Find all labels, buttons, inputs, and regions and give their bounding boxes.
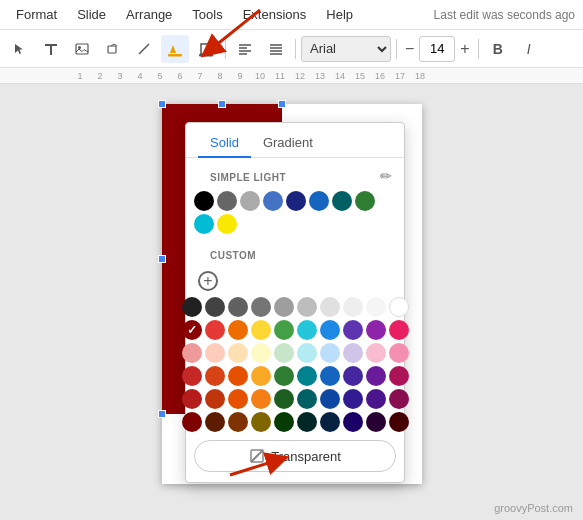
- image-tool-btn[interactable]: [68, 35, 96, 63]
- swatch[interactable]: [205, 389, 225, 409]
- swatch[interactable]: [366, 297, 386, 317]
- swatch[interactable]: [274, 297, 294, 317]
- swatch[interactable]: [297, 366, 317, 386]
- handle-mid-left[interactable]: [158, 255, 166, 263]
- swatch[interactable]: [274, 320, 294, 340]
- handle-top-mid[interactable]: [218, 100, 226, 108]
- handle-bot-left[interactable]: [158, 410, 166, 418]
- simple-swatch-9[interactable]: [217, 214, 237, 234]
- swatch[interactable]: [205, 343, 225, 363]
- simple-swatch-1[interactable]: [217, 191, 237, 211]
- menu-slide[interactable]: Slide: [69, 5, 114, 24]
- bold-btn[interactable]: B: [484, 35, 512, 63]
- font-size-decrease-btn[interactable]: −: [402, 40, 417, 58]
- simple-swatch-7[interactable]: [355, 191, 375, 211]
- swatch[interactable]: [228, 366, 248, 386]
- swatch[interactable]: [251, 389, 271, 409]
- fill-color-btn[interactable]: [161, 35, 189, 63]
- swatch[interactable]: [343, 366, 363, 386]
- line-tool-btn[interactable]: [130, 35, 158, 63]
- swatch[interactable]: [366, 343, 386, 363]
- simple-swatch-6[interactable]: [332, 191, 352, 211]
- align-left-btn[interactable]: [231, 35, 259, 63]
- swatch[interactable]: [320, 297, 340, 317]
- swatch[interactable]: [228, 343, 248, 363]
- swatch[interactable]: [297, 297, 317, 317]
- add-custom-color[interactable]: +: [186, 267, 404, 295]
- swatch[interactable]: [320, 412, 340, 432]
- font-family-select[interactable]: Arial: [301, 36, 391, 62]
- simple-swatch-0[interactable]: [194, 191, 214, 211]
- tab-solid[interactable]: Solid: [198, 129, 251, 158]
- swatch[interactable]: [182, 343, 202, 363]
- transparent-btn[interactable]: Transparent: [194, 440, 396, 472]
- swatch[interactable]: [182, 412, 202, 432]
- simple-swatch-5[interactable]: [309, 191, 329, 211]
- simple-swatch-8[interactable]: [194, 214, 214, 234]
- swatch[interactable]: [251, 366, 271, 386]
- shape-tool-btn[interactable]: [99, 35, 127, 63]
- menu-tools[interactable]: Tools: [184, 5, 230, 24]
- swatch[interactable]: [343, 389, 363, 409]
- swatch[interactable]: [297, 412, 317, 432]
- swatch[interactable]: [274, 412, 294, 432]
- simple-swatch-2[interactable]: [240, 191, 260, 211]
- swatch[interactable]: [297, 320, 317, 340]
- swatch[interactable]: [228, 389, 248, 409]
- swatch[interactable]: [182, 366, 202, 386]
- swatch[interactable]: [389, 389, 409, 409]
- swatch[interactable]: [182, 297, 202, 317]
- swatch[interactable]: [389, 412, 409, 432]
- menu-arrange[interactable]: Arrange: [118, 5, 180, 24]
- handle-top-left[interactable]: [158, 100, 166, 108]
- swatch[interactable]: [366, 412, 386, 432]
- swatch[interactable]: [389, 366, 409, 386]
- swatch[interactable]: [228, 412, 248, 432]
- swatch[interactable]: [389, 343, 409, 363]
- italic-btn[interactable]: I: [515, 35, 543, 63]
- border-color-btn[interactable]: [192, 35, 220, 63]
- swatch[interactable]: [205, 366, 225, 386]
- swatch[interactable]: [343, 297, 363, 317]
- tab-gradient[interactable]: Gradient: [251, 129, 325, 158]
- swatch[interactable]: [320, 343, 340, 363]
- swatch[interactable]: [366, 320, 386, 340]
- font-size-input[interactable]: [419, 36, 455, 62]
- swatch[interactable]: [343, 320, 363, 340]
- swatch[interactable]: [343, 343, 363, 363]
- swatch[interactable]: [251, 343, 271, 363]
- swatch[interactable]: [366, 389, 386, 409]
- font-size-increase-btn[interactable]: +: [457, 40, 472, 58]
- swatch[interactable]: [205, 412, 225, 432]
- handle-top-right[interactable]: [278, 100, 286, 108]
- swatch[interactable]: [205, 297, 225, 317]
- menu-help[interactable]: Help: [318, 5, 361, 24]
- edit-icon[interactable]: ✏: [380, 168, 392, 184]
- menu-format[interactable]: Format: [8, 5, 65, 24]
- swatch[interactable]: [274, 343, 294, 363]
- swatch[interactable]: [228, 320, 248, 340]
- swatch[interactable]: [389, 320, 409, 340]
- swatch[interactable]: [205, 320, 225, 340]
- swatch[interactable]: [182, 389, 202, 409]
- simple-swatch-4[interactable]: [286, 191, 306, 211]
- menu-extensions[interactable]: Extensions: [235, 5, 315, 24]
- swatch[interactable]: [251, 320, 271, 340]
- swatch[interactable]: [274, 389, 294, 409]
- swatch[interactable]: [297, 343, 317, 363]
- swatch[interactable]: [320, 389, 340, 409]
- swatch[interactable]: [251, 297, 271, 317]
- text-tool-btn[interactable]: [37, 35, 65, 63]
- swatch[interactable]: [320, 366, 340, 386]
- swatch[interactable]: [320, 320, 340, 340]
- align-justify-btn[interactable]: [262, 35, 290, 63]
- swatch-selected[interactable]: [182, 320, 202, 340]
- swatch[interactable]: [274, 366, 294, 386]
- swatch[interactable]: [389, 297, 409, 317]
- swatch[interactable]: [297, 389, 317, 409]
- simple-swatch-3[interactable]: [263, 191, 283, 211]
- swatch[interactable]: [228, 297, 248, 317]
- swatch[interactable]: [251, 412, 271, 432]
- swatch[interactable]: [343, 412, 363, 432]
- select-tool-btn[interactable]: [6, 35, 34, 63]
